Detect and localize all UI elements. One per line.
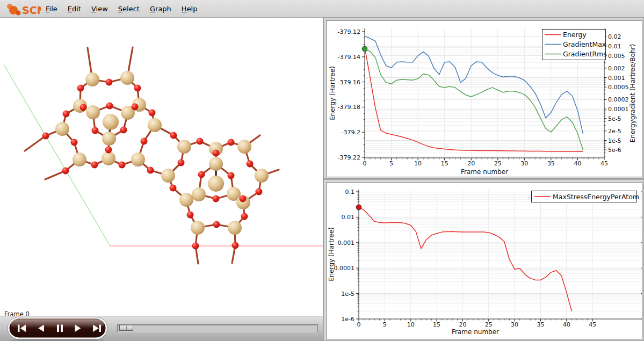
y-tick-label: 0.01 — [342, 214, 355, 221]
y-tick-label: -379.12 — [338, 28, 360, 35]
o-atom[interactable] — [132, 104, 139, 111]
o-atom[interactable] — [228, 139, 235, 146]
si-atom[interactable] — [179, 193, 193, 207]
y2-tick-label: 5e-5 — [608, 115, 621, 122]
frame-slider-track[interactable] — [117, 324, 318, 332]
o-atom[interactable] — [256, 188, 263, 195]
si-atom[interactable] — [102, 151, 115, 165]
o-atom[interactable] — [241, 213, 248, 220]
y2-tick-label: 2e-5 — [608, 128, 621, 135]
o-atom[interactable] — [141, 138, 148, 145]
menu-item-edit[interactable]: Edit — [64, 3, 85, 14]
current-frame-marker — [356, 205, 361, 210]
molecule-viewport[interactable]: Frame 0 Geometry 1, Energy: -379.13232 H… — [0, 18, 323, 316]
y-tick-label: -379.18 — [338, 104, 360, 111]
si-atom[interactable] — [191, 221, 205, 235]
o-atom[interactable] — [42, 133, 49, 140]
legend-label: Energy — [563, 31, 587, 39]
first-frame-button[interactable] — [16, 322, 29, 336]
playback-controls — [0, 316, 323, 341]
x-tick-label: 20 — [459, 321, 466, 328]
menu-item-file[interactable]: File — [42, 3, 61, 14]
o-atom[interactable] — [105, 147, 112, 154]
o-atom[interactable] — [192, 243, 199, 250]
o-atom[interactable] — [170, 132, 177, 139]
energy-plot-area: -379.12-379.14-379.16-379.18-379.2-379.2… — [326, 20, 642, 177]
o-atom[interactable] — [197, 138, 204, 145]
o-atom[interactable] — [63, 111, 70, 118]
o-atom[interactable] — [240, 195, 247, 202]
o-atom[interactable] — [213, 195, 220, 202]
menu-item-help[interactable]: Help — [178, 3, 201, 14]
first-frame-icon — [18, 325, 20, 332]
o-atom[interactable] — [228, 172, 235, 179]
o-atom[interactable] — [71, 139, 78, 146]
o-atom[interactable] — [187, 212, 194, 219]
play-button[interactable] — [72, 322, 85, 336]
o-atom[interactable] — [119, 162, 126, 169]
menu-item-view[interactable]: View — [88, 3, 112, 14]
si-atom[interactable] — [237, 140, 251, 154]
si-atom[interactable] — [208, 176, 224, 192]
si-atom[interactable] — [177, 140, 191, 154]
o-atom[interactable] — [77, 85, 84, 92]
pause-button[interactable] — [53, 322, 67, 336]
si-atom[interactable] — [255, 169, 269, 183]
o-atom[interactable] — [92, 127, 99, 134]
si-atom[interactable] — [86, 105, 100, 119]
left-axis-title: Energy (Hartree) — [328, 227, 335, 281]
o-atom[interactable] — [149, 110, 156, 117]
y2-tick-label: 0.005 — [608, 53, 625, 60]
svg-text:SCM: SCM — [22, 4, 41, 16]
x-tick-label: 20 — [467, 160, 475, 167]
o-atom[interactable] — [106, 79, 113, 86]
o-atom[interactable] — [213, 221, 220, 228]
o-atom[interactable] — [91, 162, 98, 169]
o-atom[interactable] — [247, 161, 254, 168]
o-atom[interactable] — [120, 127, 127, 134]
plot-background — [327, 183, 642, 339]
o-atom[interactable] — [106, 103, 113, 110]
frame-slider-thumb[interactable] — [119, 325, 133, 331]
o-atom[interactable] — [198, 171, 205, 178]
si-atom[interactable] — [103, 114, 119, 130]
o-atom[interactable] — [147, 167, 154, 174]
last-frame-button[interactable] — [90, 322, 105, 336]
legend-label: GradientRms — [563, 50, 607, 58]
o-atom[interactable] — [62, 168, 69, 175]
y2-tick-label: 0.002 — [608, 65, 625, 72]
x-tick-label: 15 — [441, 160, 448, 167]
si-atom[interactable] — [102, 132, 116, 146]
previous-frame-button[interactable] — [34, 322, 48, 336]
y2-tick-label: 0.01 — [608, 43, 621, 50]
si-atom[interactable] — [73, 153, 86, 166]
stress-energy-plot[interactable]: 0.10.010.0010.00011e-51e-605101520253035… — [327, 183, 642, 339]
o-atom[interactable] — [213, 150, 220, 157]
menu-item-select[interactable]: Select — [114, 3, 143, 14]
molecule-3d-view[interactable] — [0, 18, 323, 316]
y2-tick-label: 5e-6 — [608, 147, 621, 154]
si-atom[interactable] — [131, 153, 145, 166]
si-atom[interactable] — [55, 122, 69, 136]
energy-convergence-plot[interactable]: -379.12-379.14-379.16-379.18-379.2-379.2… — [327, 21, 642, 177]
si-atom[interactable] — [192, 187, 206, 201]
si-atom[interactable] — [228, 221, 242, 235]
o-atom[interactable] — [170, 185, 177, 192]
left-axis-title: Energy (Hartree) — [329, 66, 336, 120]
x-tick-label: 30 — [520, 160, 528, 167]
si-atom[interactable] — [148, 118, 162, 132]
y-tick-label: -379.16 — [338, 79, 360, 86]
y-tick-label: 0.1 — [345, 188, 355, 195]
x-tick-label: 40 — [574, 160, 581, 167]
o-atom[interactable] — [80, 104, 87, 111]
o-atom[interactable] — [134, 85, 141, 92]
si-atom[interactable] — [161, 169, 175, 183]
o-atom[interactable] — [178, 159, 185, 166]
x-tick-label: 0 — [363, 160, 367, 167]
o-atom[interactable] — [232, 242, 239, 249]
si-atom[interactable] — [120, 71, 134, 85]
menu-item-graph[interactable]: Graph — [146, 3, 175, 14]
si-atom[interactable] — [85, 72, 99, 86]
si-atom[interactable] — [209, 157, 223, 171]
x-tick-label: 40 — [563, 321, 570, 328]
